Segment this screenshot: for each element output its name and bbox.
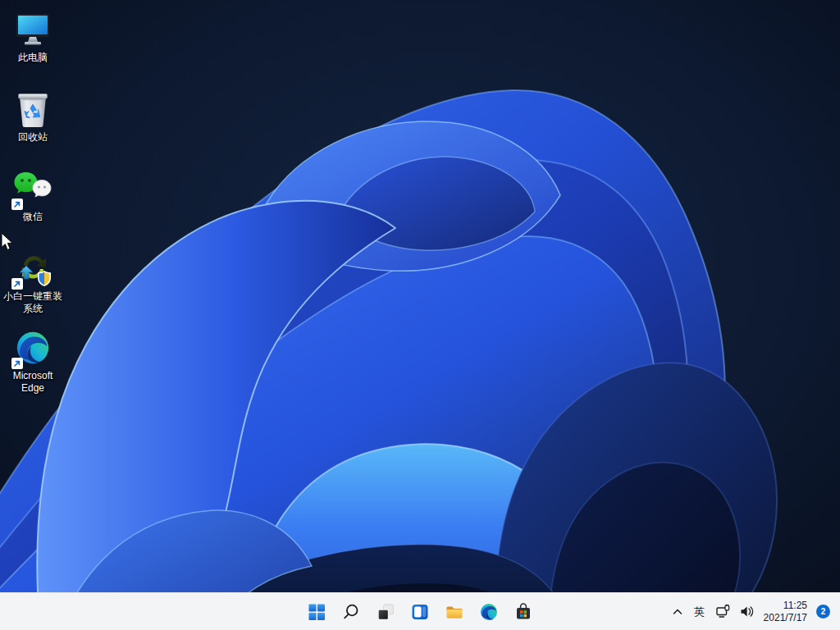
desktop-icon-label: 微信	[23, 211, 43, 223]
start-button[interactable]	[300, 596, 333, 628]
ime-label: 英	[694, 605, 705, 619]
notification-count: 2	[821, 607, 826, 616]
desktop-icon-label: Microsoft Edge	[13, 370, 53, 395]
microsoft-store-icon	[514, 602, 533, 622]
clock[interactable]: 11:25 2021/7/17	[759, 596, 812, 628]
desktop-icon-microsoft-edge[interactable]: Microsoft Edge	[2, 328, 64, 395]
shortcut-arrow-icon	[11, 199, 23, 210]
desktop-icon-wechat[interactable]: 微信	[2, 169, 64, 223]
clock-date: 2021/7/17	[764, 612, 807, 624]
speaker-volume-icon	[739, 604, 755, 619]
chevron-up-icon	[671, 605, 684, 619]
volume-button[interactable]	[735, 596, 759, 628]
desktop-icon-this-pc[interactable]: 此电脑	[2, 10, 64, 64]
windows-start-icon	[307, 602, 326, 622]
task-view-button[interactable]	[369, 596, 402, 628]
clock-time: 11:25	[764, 600, 807, 612]
wechat-icon	[13, 169, 52, 208]
mouse-cursor	[1, 232, 14, 252]
taskbar: 英 11:25 2021/7/17 2	[0, 592, 840, 630]
desktop-icon-recycle-bin[interactable]: 回收站	[2, 89, 64, 144]
edge-taskbar-button[interactable]	[472, 596, 505, 628]
xiaobai-reinstall-icon	[13, 249, 52, 288]
task-view-icon	[376, 602, 395, 622]
desktop-icon-label: 回收站	[18, 131, 48, 144]
edge-icon	[13, 328, 52, 368]
desktop-icon-label: 此电脑	[18, 52, 48, 64]
file-explorer-icon	[445, 602, 464, 622]
desktop-icon-label: 小白一键重装 系统	[3, 290, 62, 315]
ime-indicator[interactable]: 英	[688, 596, 711, 628]
this-pc-icon	[13, 10, 52, 49]
network-button[interactable]	[711, 596, 735, 628]
shortcut-arrow-icon	[11, 358, 23, 369]
widgets-button[interactable]	[404, 596, 436, 628]
search-button[interactable]	[335, 596, 368, 628]
notification-badge[interactable]: 2	[816, 605, 830, 619]
ethernet-network-icon	[715, 604, 731, 619]
file-explorer-button[interactable]	[438, 596, 471, 628]
microsoft-store-button[interactable]	[507, 596, 540, 628]
edge-icon	[479, 602, 499, 622]
tray-chevron-button[interactable]	[667, 596, 688, 628]
shortcut-arrow-icon	[11, 278, 23, 290]
widgets-icon	[410, 602, 430, 622]
recycle-bin-icon	[13, 89, 52, 129]
taskbar-center-group	[300, 593, 540, 630]
taskbar-tray: 英 11:25 2021/7/17 2	[667, 593, 840, 630]
wallpaper-bloom	[0, 0, 840, 630]
search-icon	[341, 602, 361, 622]
desktop[interactable]: 此电脑	[0, 0, 840, 630]
desktop-icon-xiaobai-reinstall[interactable]: 小白一键重装 系统	[2, 249, 64, 315]
